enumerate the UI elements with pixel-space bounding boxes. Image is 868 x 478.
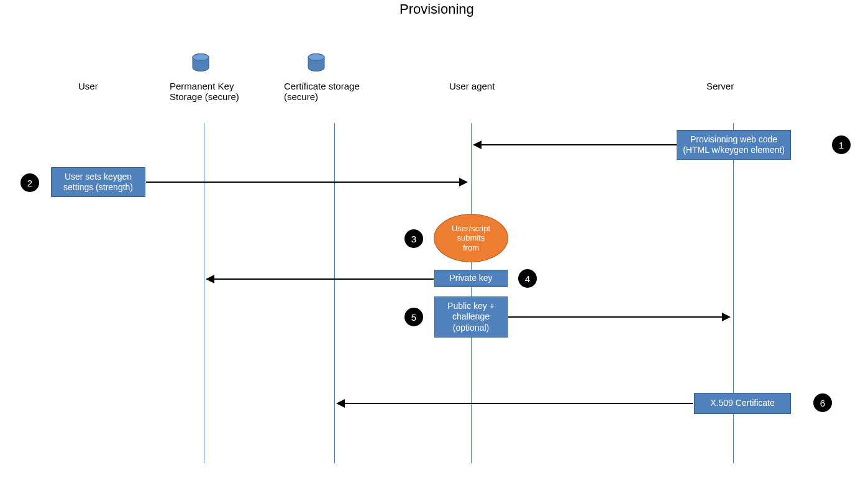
arrow <box>337 403 693 404</box>
step-box-private-key: Private key <box>434 270 508 287</box>
svg-point-3 <box>308 54 324 61</box>
step-box-x509: X.509 Certificate <box>694 393 791 414</box>
lane-label-pks: Permanent Key Storage (secure) <box>170 81 239 102</box>
svg-point-1 <box>193 54 209 61</box>
lifeline <box>204 123 204 463</box>
database-icon <box>191 53 211 73</box>
arrow <box>207 278 434 280</box>
arrow <box>508 316 729 318</box>
lane-label-server: Server <box>706 81 734 91</box>
lifeline <box>334 123 335 463</box>
step-box-provisioning-code: Provisioning web code (HTML w/keygen ele… <box>677 130 791 160</box>
arrow <box>146 182 467 183</box>
step-badge-3: 3 <box>404 229 423 248</box>
diagram-title: Provisioning <box>400 1 474 17</box>
diagram-root: Provisioning User Permanent Key Storage … <box>0 0 868 478</box>
step-badge-1: 1 <box>832 136 851 154</box>
lifeline <box>471 123 472 463</box>
step-box-public-key: Public key + challenge (optional) <box>434 296 508 338</box>
step-badge-2: 2 <box>21 173 39 192</box>
lane-label-user: User <box>78 81 98 91</box>
arrow <box>474 144 678 145</box>
step-badge-5: 5 <box>404 308 423 326</box>
step-badge-4: 4 <box>518 269 537 288</box>
lane-label-cs: Certificate storage (secure) <box>284 81 360 102</box>
step-ellipse-submit: User/script submits from <box>434 214 508 262</box>
lane-label-ua: User agent <box>449 81 495 91</box>
step-box-keygen-settings: User sets keygen settings (strength) <box>51 167 145 197</box>
database-icon <box>306 53 326 73</box>
step-badge-6: 6 <box>813 393 832 412</box>
